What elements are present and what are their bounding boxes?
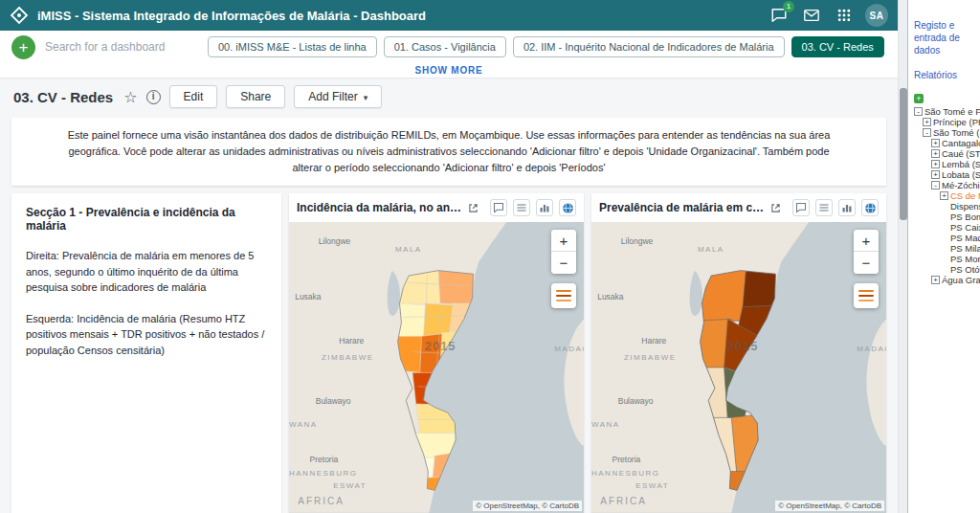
tree-expander-icon[interactable]: -: [923, 128, 931, 137]
add-filter-button[interactable]: Add Filter: [294, 85, 382, 108]
chart-view-icon[interactable]: [536, 199, 553, 216]
org-unit-label[interactable]: Mé-Zóchi (STM: [942, 180, 980, 190]
org-unit-tree-item[interactable]: +Caué (STCE): [914, 148, 980, 159]
org-unit-tree-item[interactable]: -São Tomé (ST): [914, 127, 980, 138]
dashboard-search-input[interactable]: [45, 40, 198, 54]
org-unit-label[interactable]: PS Caixão: [950, 222, 980, 233]
table-view-icon[interactable]: [513, 199, 530, 216]
dhis2-logo[interactable]: [10, 6, 29, 25]
section-paragraph-2: Esquerda: Incidência de malária (Resumo …: [26, 311, 267, 359]
map-canvas[interactable]: LilongweMALALusakaHarareZIMBABWEBulawayo…: [289, 222, 584, 513]
org-unit-tree-item[interactable]: +Príncipe (PR): [914, 117, 980, 127]
org-unit-label[interactable]: CS de Mé-Z: [950, 190, 980, 201]
table-view-icon[interactable]: [815, 199, 833, 216]
org-unit-label[interactable]: São Tomé e Príncipe: [924, 106, 980, 117]
org-unit-tree-item[interactable]: +Cantagalo (ST: [914, 138, 980, 148]
org-unit-tree-item[interactable]: PS Monte C: [914, 254, 980, 264]
org-unit-tree-item[interactable]: -Mé-Zóchi (STM: [914, 180, 980, 190]
zoom-in-button[interactable]: [551, 230, 576, 252]
org-unit-label[interactable]: Dispensário: [950, 201, 980, 212]
open-in-app-icon[interactable]: [468, 203, 479, 213]
org-unit-label[interactable]: Lembá (STLB: [942, 159, 980, 169]
org-unit-tree-item[interactable]: +Lobata (STLB: [914, 169, 980, 180]
org-unit-label[interactable]: PS Otótó (S: [950, 264, 980, 275]
link-data-entry[interactable]: Registo e entrada de dados: [914, 19, 980, 56]
link-reports[interactable]: Relatórios: [914, 69, 980, 81]
dashboard-chip[interactable]: 00. iMISS M&E - Listas de linha: [208, 36, 377, 57]
tree-expander-icon[interactable]: -: [931, 181, 940, 190]
org-unit-label[interactable]: PS Bombom: [950, 212, 980, 222]
tree-spacer: [940, 255, 948, 263]
dashboard-chip[interactable]: 02. IIM - Inquérito Nacional de Indicado…: [513, 36, 785, 57]
tree-expander-icon[interactable]: +: [931, 149, 940, 158]
org-unit-tree-item[interactable]: PS Otótó (S: [914, 264, 980, 275]
org-unit-label[interactable]: São Tomé (ST): [933, 127, 980, 138]
zoom-out-button[interactable]: [854, 252, 879, 274]
share-button[interactable]: Share: [226, 85, 285, 108]
new-dashboard-button[interactable]: [11, 35, 35, 59]
zoom-out-button[interactable]: [551, 252, 576, 274]
org-unit-tree-item[interactable]: -São Tomé e Príncipe: [914, 106, 980, 117]
open-in-app-icon[interactable]: [770, 203, 781, 213]
map-view-icon[interactable]: [559, 199, 576, 216]
interpretations-icon[interactable]: [490, 199, 507, 216]
edit-button[interactable]: Edit: [169, 85, 218, 108]
org-unit-label[interactable]: Lobata (STLB: [942, 169, 980, 180]
user-avatar[interactable]: SA: [865, 4, 888, 27]
main-scrollbar[interactable]: [898, 0, 907, 513]
org-unit-label[interactable]: Caué (STCE): [942, 148, 980, 159]
section-text-card: Secção 1 - Prevalência e incidência da m…: [11, 193, 281, 513]
org-unit-tree-item[interactable]: +Lembá (STLB: [914, 159, 980, 169]
tree-spacer: [940, 202, 948, 211]
dashboard-chip[interactable]: 03. CV - Redes: [791, 36, 884, 57]
org-unit-tree-item[interactable]: PS Caixão: [914, 222, 980, 233]
tree-expander-icon[interactable]: +: [931, 139, 940, 147]
star-icon[interactable]: [123, 88, 137, 106]
tree-expander-icon[interactable]: +: [931, 170, 940, 179]
legend-icon[interactable]: [854, 283, 879, 308]
org-unit-tree-item[interactable]: PS Madalen: [914, 233, 980, 243]
org-unit-label[interactable]: PS Milagros: [950, 243, 980, 254]
main-window: iMISS - Sistema Integrado de Informações…: [0, 0, 898, 513]
apps-grid-icon[interactable]: [833, 4, 856, 27]
map-attribution[interactable]: © OpenStreetMap, © CartoDB: [473, 501, 582, 511]
dashboard-chip[interactable]: 01. Casos - Vigilância: [384, 36, 506, 57]
info-icon[interactable]: [146, 90, 161, 104]
mail-icon[interactable]: [800, 4, 823, 27]
org-unit-label[interactable]: Príncipe (PR): [933, 117, 980, 127]
map-title: Prevalência de malária em crianças, p...: [599, 201, 765, 214]
org-unit-label[interactable]: Água Grande: [942, 275, 980, 285]
interpretations-icon[interactable]: [792, 199, 810, 216]
org-unit-tree-item[interactable]: PS Bombom: [914, 212, 980, 222]
tree-spacer: [940, 223, 948, 232]
org-unit-tree-item[interactable]: +Água Grande: [914, 275, 980, 285]
tree-expander-icon[interactable]: +: [931, 276, 940, 284]
org-unit-label[interactable]: PS Madalen: [950, 233, 980, 243]
messages-icon[interactable]: 1: [768, 4, 791, 27]
legend-icon[interactable]: [551, 283, 576, 308]
expand-all-icon[interactable]: [914, 94, 924, 103]
chart-view-icon[interactable]: [838, 199, 856, 216]
tree-expander-icon[interactable]: +: [931, 160, 940, 168]
zoom-in-button[interactable]: [854, 230, 879, 252]
dashboard-title-bar: 03. CV - Redes Edit Share Add Filter: [0, 78, 898, 116]
map-view-icon[interactable]: [861, 199, 879, 216]
tree-expander-icon[interactable]: +: [923, 118, 931, 126]
tree-expander-icon[interactable]: +: [940, 191, 948, 200]
org-unit-tree-item[interactable]: +CS de Mé-Z: [914, 190, 980, 201]
section-title: Secção 1 - Prevalência e incidência da m…: [26, 206, 267, 233]
scrollbar-thumb[interactable]: [900, 88, 907, 220]
basemap: [289, 222, 584, 513]
map-canvas[interactable]: LilongweMALALusakaHarareZIMBABWEBulawayo…: [591, 222, 886, 513]
org-unit-label[interactable]: Cantagalo (ST: [942, 138, 980, 148]
app-header: iMISS - Sistema Integrado de Informações…: [0, 0, 898, 31]
tree-expander-icon[interactable]: -: [914, 107, 923, 116]
show-more-button[interactable]: SHOW MORE: [414, 65, 482, 76]
org-unit-tree-item[interactable]: Dispensário: [914, 201, 980, 212]
tree-spacer: [940, 244, 948, 253]
org-unit-tree-item[interactable]: PS Milagros: [914, 243, 980, 254]
map-attribution[interactable]: © OpenStreetMap, © CartoDB: [775, 501, 884, 511]
zoom-control: [854, 230, 879, 274]
org-unit-label[interactable]: PS Monte C: [950, 254, 980, 264]
map-card-prevalence: Prevalência de malária em crianças, p...: [591, 193, 886, 513]
